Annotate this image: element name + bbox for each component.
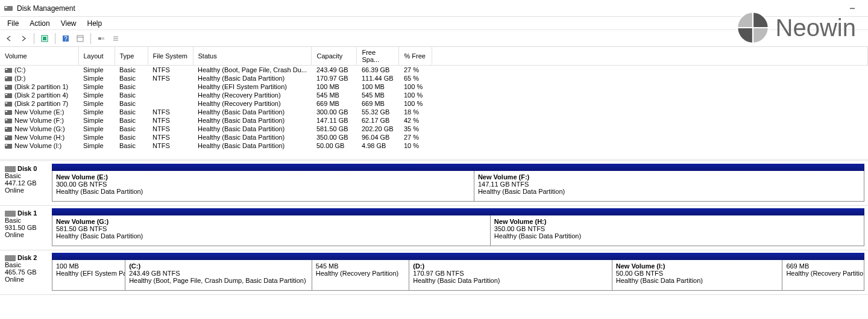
col-spacer xyxy=(432,47,868,66)
volume-layout: Simple xyxy=(78,141,115,150)
volume-pct: 42 % xyxy=(399,116,432,125)
disk-partitions: 100 MBHealthy (EFI System Partiti(C:)243… xyxy=(49,250,868,294)
volume-type: Basic xyxy=(115,125,148,133)
disk-label[interactable]: Disk 2Basic465.75 GBOnline xyxy=(0,250,49,294)
svg-rect-1 xyxy=(5,7,7,8)
partition-status: Healthy (Basic Data Partition) xyxy=(494,232,860,240)
col-free-space[interactable]: Free Spa... xyxy=(357,47,399,66)
partition-strip: 100 MBHealthy (EFI System Partiti(C:)243… xyxy=(52,260,864,291)
partition-size: 100 MB xyxy=(56,262,121,270)
volume-layout: Simple xyxy=(78,116,115,125)
volume-free: 100 MB xyxy=(357,82,399,91)
table-row[interactable]: (Disk 2 partition 1)SimpleBasicHealthy (… xyxy=(0,82,868,91)
table-row[interactable]: (Disk 2 partition 7)SimpleBasicHealthy (… xyxy=(0,99,868,108)
partition-cell[interactable]: New Volume (G:)581.50 GB NTFSHealthy (Ba… xyxy=(52,215,491,246)
disk-row: Disk 0Basic447.12 GBOnlineNew Volume (E:… xyxy=(0,161,868,206)
table-row[interactable]: New Volume (G:)SimpleBasicNTFSHealthy (B… xyxy=(0,125,868,133)
col-capacity[interactable]: Capacity xyxy=(312,47,357,66)
col-type[interactable]: Type xyxy=(115,47,148,66)
partition-cell[interactable]: 545 MBHealthy (Recovery Partition) xyxy=(312,260,410,290)
partition-name: New Volume (H:) xyxy=(494,218,860,225)
svg-text:?: ? xyxy=(64,36,68,42)
disk-name: Disk 2 xyxy=(17,254,37,261)
disk-type: Basic xyxy=(5,172,45,179)
volume-status: Healthy (Recovery Partition) xyxy=(193,99,312,108)
volume-table[interactable]: Volume Layout Type File System Status Ca… xyxy=(0,47,868,150)
minimize-button[interactable] xyxy=(840,2,864,14)
partition-cell[interactable]: New Volume (I:)50.00 GB NTFSHealthy (Bas… xyxy=(612,260,783,290)
volume-list-pane[interactable]: Volume Layout Type File System Status Ca… xyxy=(0,47,868,161)
volume-layout: Simple xyxy=(78,66,115,75)
partition-strip: New Volume (E:)300.00 GB NTFSHealthy (Ba… xyxy=(52,171,864,202)
refresh-button[interactable] xyxy=(38,32,51,45)
partition-name: New Volume (I:) xyxy=(616,262,779,270)
table-row[interactable]: New Volume (F:)SimpleBasicNTFSHealthy (B… xyxy=(0,116,868,125)
partition-cell[interactable]: New Volume (H:)350.00 GB NTFSHealthy (Ba… xyxy=(491,215,864,246)
volume-capacity: 669 MB xyxy=(312,99,357,108)
menu-file[interactable]: File xyxy=(2,18,24,29)
volume-name: (Disk 2 partition 1) xyxy=(14,83,68,90)
volume-capacity: 243.49 GB xyxy=(312,66,357,75)
volume-capacity: 581.50 GB xyxy=(312,125,357,133)
forward-button[interactable] xyxy=(17,32,30,45)
col-filesystem[interactable]: File System xyxy=(148,47,193,66)
disk-row: Disk 1Basic931.50 GBOnlineNew Volume (G:… xyxy=(0,206,868,250)
volume-name: (D:) xyxy=(14,75,25,82)
partition-status: Healthy (Basic Data Partition) xyxy=(56,232,486,240)
volume-free: 62.17 GB xyxy=(357,116,399,125)
col-layout[interactable]: Layout xyxy=(78,47,115,66)
volume-type: Basic xyxy=(115,74,148,82)
col-pct-free[interactable]: % Free xyxy=(399,47,432,66)
table-row[interactable]: New Volume (H:)SimpleBasicNTFSHealthy (B… xyxy=(0,133,868,141)
partition-size: 147.11 GB NTFS xyxy=(478,181,860,188)
volume-name: (C:) xyxy=(14,66,25,73)
partition-cell[interactable]: 100 MBHealthy (EFI System Partiti xyxy=(52,260,125,290)
disk-state: Online xyxy=(5,187,45,194)
volume-icon xyxy=(5,85,12,90)
volume-type: Basic xyxy=(115,91,148,99)
menu-action[interactable]: Action xyxy=(25,18,54,29)
partition-cell[interactable]: 669 MBHealthy (Recovery Partition) xyxy=(782,260,864,290)
col-status[interactable]: Status xyxy=(193,47,312,66)
partition-cell[interactable]: New Volume (F:)147.11 GB NTFSHealthy (Ba… xyxy=(474,171,864,201)
table-row[interactable]: (C:)SimpleBasicNTFSHealthy (Boot, Page F… xyxy=(0,66,868,75)
volume-pct: 65 % xyxy=(399,74,432,82)
menu-view[interactable]: View xyxy=(56,18,81,29)
volume-name: New Volume (F:) xyxy=(14,117,64,124)
volume-pct: 100 % xyxy=(399,91,432,99)
disk-graphical-pane[interactable]: Disk 0Basic447.12 GBOnlineNew Volume (E:… xyxy=(0,161,868,319)
disk-row: Disk 2Basic465.75 GBOnline100 MBHealthy … xyxy=(0,250,868,295)
table-row[interactable]: New Volume (I:)SimpleBasicNTFSHealthy (B… xyxy=(0,141,868,150)
list-button[interactable] xyxy=(109,32,122,45)
volume-capacity: 170.97 GB xyxy=(312,74,357,82)
volume-capacity: 350.00 GB xyxy=(312,133,357,141)
settings-button[interactable] xyxy=(95,32,108,45)
col-volume[interactable]: Volume xyxy=(0,47,78,66)
disk-label[interactable]: Disk 0Basic447.12 GBOnline xyxy=(0,161,49,205)
volume-fs: NTFS xyxy=(148,74,193,82)
volume-name: New Volume (I:) xyxy=(14,142,61,149)
volume-fs: NTFS xyxy=(148,125,193,133)
partition-status: Healthy (Basic Data Partition) xyxy=(413,277,608,284)
window-title: Disk Management xyxy=(17,4,75,13)
properties-button[interactable] xyxy=(74,32,87,45)
disk-type: Basic xyxy=(5,261,45,268)
partition-status: Healthy (Basic Data Partition) xyxy=(616,277,779,284)
partition-status: Healthy (Recovery Partition) xyxy=(786,270,860,277)
volume-free: 96.04 GB xyxy=(357,133,399,141)
menu-help[interactable]: Help xyxy=(83,18,107,29)
partition-cell[interactable]: (C:)243.49 GB NTFSHealthy (Boot, Page Fi… xyxy=(125,260,312,290)
partition-cell[interactable]: New Volume (E:)300.00 GB NTFSHealthy (Ba… xyxy=(52,171,474,201)
back-button[interactable] xyxy=(2,32,16,45)
volume-status: Healthy (EFI System Partition) xyxy=(193,82,312,91)
help-button[interactable]: ? xyxy=(59,32,72,45)
table-row[interactable]: New Volume (E:)SimpleBasicNTFSHealthy (B… xyxy=(0,108,868,116)
disk-label[interactable]: Disk 1Basic931.50 GBOnline xyxy=(0,206,49,250)
table-row[interactable]: (Disk 2 partition 4)SimpleBasicHealthy (… xyxy=(0,91,868,99)
volume-name: New Volume (E:) xyxy=(14,108,64,116)
partition-size: 545 MB xyxy=(316,262,406,270)
volume-name: New Volume (H:) xyxy=(14,134,64,141)
table-row[interactable]: (D:)SimpleBasicNTFSHealthy (Basic Data P… xyxy=(0,74,868,82)
partition-cell[interactable]: (D:)170.97 GB NTFSHealthy (Basic Data Pa… xyxy=(409,260,612,290)
volume-fs: NTFS xyxy=(148,133,193,141)
